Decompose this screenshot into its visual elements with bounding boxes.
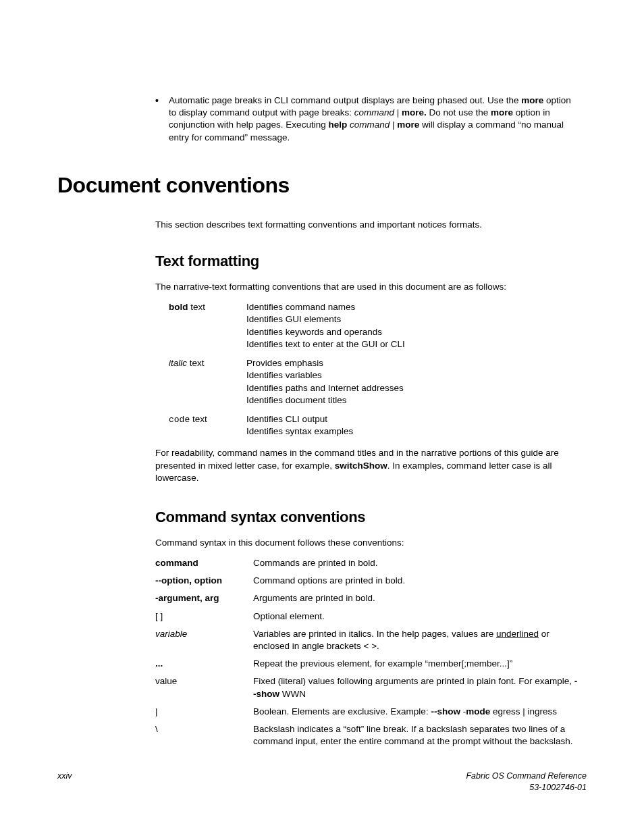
term-code: code text [169, 413, 246, 438]
term-command: command [155, 557, 253, 569]
table-row: value Fixed (literal) values following a… [155, 675, 587, 700]
table-row: -argument, arg Arguments are printed in … [155, 592, 587, 604]
desc: Arguments are printed in bold. [253, 592, 587, 604]
desc: Commands are printed in bold. [253, 557, 587, 569]
bullet-icon: • [155, 95, 159, 107]
table-row: code text Identifies CLI output Identifi… [169, 413, 587, 438]
tf-outro: For readability, command names in the co… [155, 447, 580, 484]
table-row: --option, option Command options are pri… [155, 575, 587, 587]
table-row: bold text Identifies command names Ident… [169, 301, 587, 350]
sc-intro: Command syntax in this document follows … [155, 537, 580, 549]
desc: Command options are printed in bold. [253, 575, 587, 587]
term-variable: variable [155, 628, 253, 652]
bullet-item: • Automatic page breaks in CLI command o… [155, 95, 580, 144]
table-row: italic text Provides emphasis Identifies… [169, 357, 587, 407]
desc: Identifies CLI output Identifies syntax … [246, 413, 587, 438]
syntax-conventions-table: command Commands are printed in bold. --… [155, 557, 587, 748]
footer-right: Fabric OS Command Reference 53-1002746-0… [466, 771, 587, 793]
bullet-text: Automatic page breaks in CLI command out… [169, 95, 571, 142]
term-option: --option, option [155, 575, 253, 587]
intro-paragraph: This section describes text formatting c… [155, 219, 587, 231]
table-row: command Commands are printed in bold. [155, 557, 587, 569]
desc: Variables are printed in italics. In the… [253, 628, 587, 652]
table-row: | Boolean. Elements are exclusive. Examp… [155, 706, 587, 718]
term-backslash: \ [155, 723, 253, 748]
desc: Provides emphasis Identifies variables I… [246, 357, 587, 407]
term-pipe: | [155, 706, 253, 718]
heading-text-formatting: Text formatting [155, 251, 587, 271]
table-row: variable Variables are printed in italic… [155, 628, 587, 652]
term-value: value [155, 675, 253, 700]
page-footer: xxiv Fabric OS Command Reference 53-1002… [57, 771, 587, 793]
term-ellipsis: ... [155, 658, 253, 670]
term-italic: italic text [169, 357, 246, 407]
table-row: \ Backslash indicates a “soft” line brea… [155, 723, 587, 748]
heading-command-syntax: Command syntax conventions [155, 507, 587, 527]
desc: Fixed (literal) values following argumen… [253, 675, 587, 700]
term-bold: bold text [169, 301, 246, 350]
term-brackets: [ ] [155, 610, 253, 623]
text-formatting-table: bold text Identifies command names Ident… [169, 301, 587, 438]
page-number: xxiv [57, 771, 72, 793]
tf-intro: The narrative-text formatting convention… [155, 281, 580, 293]
desc: Repeat the previous element, for example… [253, 658, 587, 670]
desc: Optional element. [253, 610, 587, 623]
term-argument: -argument, arg [155, 592, 253, 604]
desc: Backslash indicates a “soft” line break.… [253, 723, 587, 748]
table-row: [ ] Optional element. [155, 610, 587, 623]
desc: Boolean. Elements are exclusive. Example… [253, 706, 587, 718]
desc: Identifies command names Identifies GUI … [246, 301, 587, 350]
table-row: ... Repeat the previous element, for exa… [155, 658, 587, 670]
heading-document-conventions: Document conventions [57, 171, 587, 200]
